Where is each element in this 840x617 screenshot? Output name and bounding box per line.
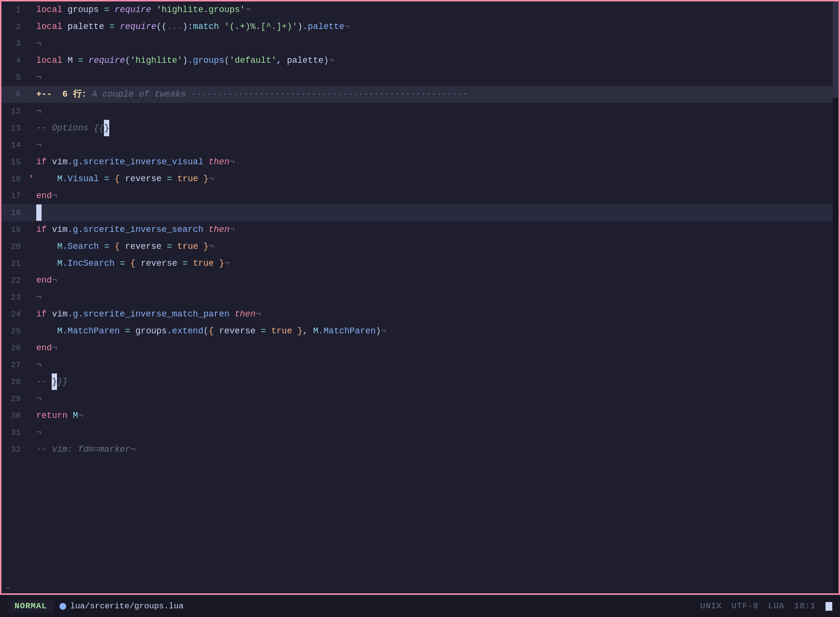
line-number: 22 bbox=[1, 273, 29, 289]
code-line-16: 16' M.Visual = { reverse = true }¬ bbox=[1, 171, 839, 187]
code-line-20: 20 M.Search = { reverse = true }¬ bbox=[1, 238, 839, 255]
line-content: ¬ bbox=[36, 289, 835, 305]
line-content: local groups = require 'highlite.groups'… bbox=[36, 1, 835, 18]
line-number: 19 bbox=[1, 222, 29, 238]
code-line-1: 1local groups = require 'highlite.groups… bbox=[1, 1, 839, 18]
encoding: UNIX bbox=[700, 602, 722, 611]
position: 18:1 bbox=[794, 602, 816, 611]
line-number: 12 bbox=[1, 103, 29, 120]
line-content: ¬ bbox=[36, 103, 835, 119]
line-number: 29 bbox=[1, 391, 29, 407]
line-number: 1 bbox=[1, 2, 29, 18]
code-line-28: 28-- }}} bbox=[1, 373, 839, 390]
line-content: ¬ bbox=[36, 69, 835, 86]
cursor-block-icon bbox=[826, 602, 832, 611]
line-content: ¬ bbox=[36, 137, 835, 153]
line-number: 2 bbox=[1, 19, 29, 35]
status-bar: NORMAL lua/srcerite/groups.lua UNIX UTF-… bbox=[0, 595, 840, 617]
line-content: M.MatchParen = groups.extend({ reverse =… bbox=[36, 323, 835, 339]
line-content: local palette = require((...):match '(.+… bbox=[36, 18, 835, 35]
line-content: M.Visual = { reverse = true }¬ bbox=[36, 171, 835, 187]
line-number: 30 bbox=[1, 408, 29, 424]
line-content: +-- 6 行: A couple of tweaks ············… bbox=[36, 86, 835, 102]
code-line-5: 5¬ bbox=[1, 69, 839, 86]
line-content: ¬ bbox=[36, 424, 835, 441]
code-line-12: 12¬ bbox=[1, 103, 839, 120]
line-content: -- }}} bbox=[36, 373, 835, 390]
code-line-15: 15if vim.g.srcerite_inverse_visual then¬ bbox=[1, 154, 839, 171]
line-number: 31 bbox=[1, 425, 29, 441]
format: UTF-8 bbox=[732, 602, 759, 611]
line-number: 15 bbox=[1, 154, 29, 171]
code-line-3: 3¬ bbox=[1, 35, 839, 52]
code-line-2: 2local palette = require((...):match '(.… bbox=[1, 18, 839, 35]
line-content: -- Options {{} bbox=[36, 120, 835, 136]
line-number: 32 bbox=[1, 442, 29, 458]
line-number: 27 bbox=[1, 357, 29, 373]
code-line-29: 29¬ bbox=[1, 390, 839, 407]
file-dot-icon bbox=[59, 603, 66, 610]
line-content: return M¬ bbox=[36, 407, 835, 424]
line-content: ¬ bbox=[36, 35, 835, 52]
line-content bbox=[36, 204, 835, 221]
line-content: M.IncSearch = { reverse = true }¬ bbox=[36, 255, 835, 272]
line-number: 26 bbox=[1, 340, 29, 357]
code-line-18: 18 bbox=[1, 204, 839, 221]
line-number: 4 bbox=[1, 53, 29, 69]
language: LUA bbox=[768, 602, 785, 611]
line-number: 3 bbox=[1, 36, 29, 52]
line-number: 23 bbox=[1, 289, 29, 306]
line-content: ¬ bbox=[36, 357, 835, 373]
scrollbar-thumb[interactable] bbox=[833, 1, 839, 98]
line-number: 14 bbox=[1, 137, 29, 154]
line-indicator: ' bbox=[29, 171, 36, 187]
line-content: -- vim: fdm=marker¬ bbox=[36, 441, 835, 458]
line-content: if vim.g.srcerite_inverse_match_paren th… bbox=[36, 306, 835, 322]
code-area[interactable]: 1local groups = require 'highlite.groups… bbox=[1, 1, 839, 584]
line-content: ¬ bbox=[36, 390, 835, 407]
line-content: end¬ bbox=[36, 272, 835, 288]
line-number: 24 bbox=[1, 306, 29, 323]
mode-indicator: NORMAL bbox=[8, 600, 54, 613]
line-number: 21 bbox=[1, 256, 29, 272]
line-content: if vim.g.srcerite_inverse_visual then¬ bbox=[36, 154, 835, 170]
line-number: 18 bbox=[1, 205, 29, 221]
line-number: 17 bbox=[1, 188, 29, 204]
code-line-14: 14¬ bbox=[1, 137, 839, 154]
file-info: lua/srcerite/groups.lua bbox=[59, 602, 184, 611]
code-line-13: 13-- Options {{} bbox=[1, 120, 839, 137]
code-line-21: 21 M.IncSearch = { reverse = true }¬ bbox=[1, 255, 839, 272]
code-line-6: 6+-- 6 行: A couple of tweaks ···········… bbox=[1, 86, 839, 103]
tilde-area: ~ bbox=[1, 584, 839, 593]
code-line-22: 22end¬ bbox=[1, 272, 839, 289]
line-number: 13 bbox=[1, 120, 29, 137]
line-content: end¬ bbox=[36, 340, 835, 356]
line-number: 25 bbox=[1, 323, 29, 340]
code-line-17: 17end¬ bbox=[1, 187, 839, 204]
code-line-30: 30return M¬ bbox=[1, 407, 839, 424]
code-line-26: 26end¬ bbox=[1, 340, 839, 357]
code-line-4: 4local M = require('highlite').groups('d… bbox=[1, 52, 839, 69]
code-line-24: 24if vim.g.srcerite_inverse_match_paren … bbox=[1, 306, 839, 323]
scrollbar-track[interactable] bbox=[833, 1, 839, 593]
code-line-27: 27¬ bbox=[1, 357, 839, 373]
line-content: end¬ bbox=[36, 187, 835, 204]
line-number: 16 bbox=[1, 171, 29, 187]
line-number: 5 bbox=[1, 70, 29, 86]
line-content: if vim.g.srcerite_inverse_search then¬ bbox=[36, 221, 835, 238]
line-number: 6 bbox=[1, 86, 29, 103]
file-path: lua/srcerite/groups.lua bbox=[70, 602, 184, 611]
line-content: M.Search = { reverse = true }¬ bbox=[36, 238, 835, 255]
code-line-23: 23¬ bbox=[1, 289, 839, 306]
code-line-19: 19if vim.g.srcerite_inverse_search then¬ bbox=[1, 221, 839, 238]
line-content: local M = require('highlite').groups('de… bbox=[36, 52, 835, 69]
line-number: 28 bbox=[1, 374, 29, 390]
editor: 1local groups = require 'highlite.groups… bbox=[0, 0, 840, 595]
status-right: UNIX UTF-8 LUA 18:1 bbox=[700, 602, 832, 611]
line-number: 20 bbox=[1, 239, 29, 255]
code-line-31: 31¬ bbox=[1, 424, 839, 441]
code-line-32: 32-- vim: fdm=marker¬ bbox=[1, 441, 839, 458]
code-line-25: 25 M.MatchParen = groups.extend({ revers… bbox=[1, 323, 839, 340]
